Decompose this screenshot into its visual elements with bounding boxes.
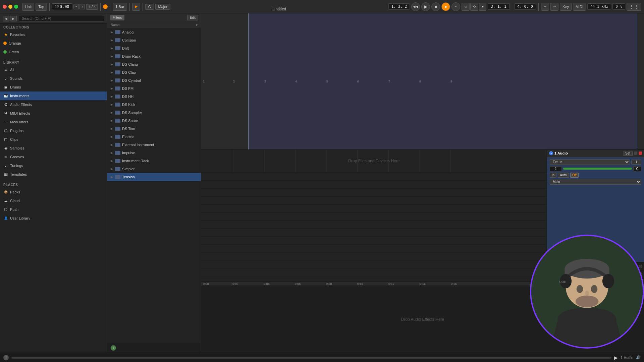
- key-selector[interactable]: C: [145, 4, 154, 10]
- loop-back-button[interactable]: ◁: [462, 3, 470, 11]
- sidebar-item-midi-effects[interactable]: M MIDI Effects: [0, 109, 107, 118]
- volume-fader[interactable]: [563, 168, 632, 170]
- empty-track-row-1[interactable]: [201, 173, 547, 181]
- nav-fwd-button[interactable]: ▶: [10, 16, 17, 21]
- empty-track-row-2[interactable]: [201, 181, 547, 189]
- audio-track-row[interactable]: Drop Files and Devices Here: [201, 150, 547, 173]
- bpm-display[interactable]: 120.00: [52, 3, 72, 10]
- midi-label-button[interactable]: MIDI: [573, 3, 586, 11]
- sidebar-item-all[interactable]: ≡ All: [0, 65, 107, 74]
- sidebar-item-tunings[interactable]: ♩ Tunings: [0, 161, 107, 170]
- punch-button[interactable]: ●: [479, 3, 486, 11]
- browser-item-electric[interactable]: ▶ Electric: [107, 133, 201, 141]
- browser-item-external-instrument[interactable]: ▶ External Instrument: [107, 141, 201, 149]
- sidebar-item-favorites[interactable]: ★ Favorites: [0, 30, 107, 39]
- metronome-indicator[interactable]: [103, 4, 108, 9]
- bpm-up-icon[interactable]: ▴: [79, 4, 85, 9]
- empty-track-row-6[interactable]: [201, 213, 547, 221]
- sidebar-item-templates[interactable]: ▦ Templates: [0, 170, 107, 179]
- fullscreen-button[interactable]: [14, 5, 18, 9]
- browser-item-collision[interactable]: ▶ Collision: [107, 36, 201, 44]
- ext-in-selector[interactable]: Ext. In: [550, 159, 630, 165]
- filters-button[interactable]: Filters: [110, 15, 124, 20]
- tap-button[interactable]: Tap: [36, 3, 47, 11]
- volume-input[interactable]: 1: [550, 166, 562, 171]
- sidebar-item-drums[interactable]: ◉ Drums: [0, 83, 107, 92]
- follow-mode-button[interactable]: ⇒: [550, 3, 558, 11]
- edit-button[interactable]: Edit: [187, 15, 198, 20]
- draw-mode-button[interactable]: ✏: [541, 3, 549, 11]
- info-button[interactable]: i: [3, 355, 9, 360]
- sidebar-item-instruments[interactable]: 🎹 Instruments: [0, 92, 107, 100]
- browser-item-ds-clap[interactable]: ▶ DS Clap: [107, 68, 201, 76]
- empty-track-row-13[interactable]: [201, 269, 547, 277]
- link-button[interactable]: Link: [22, 3, 34, 11]
- browser-item-ds-fm[interactable]: ▶ DS FM: [107, 84, 201, 93]
- empty-track-row-11[interactable]: [201, 253, 547, 261]
- sidebar-item-orange[interactable]: Orange: [0, 39, 107, 48]
- sidebar-item-clips[interactable]: ◻ Clips: [0, 135, 107, 144]
- play-button-bottom[interactable]: ▶: [614, 355, 618, 360]
- empty-track-row-5[interactable]: [201, 205, 547, 213]
- record-arm-indicator[interactable]: [639, 152, 642, 155]
- lock-icon[interactable]: [634, 152, 637, 155]
- in-button[interactable]: In: [550, 173, 556, 178]
- loop-button[interactable]: ⟲: [470, 3, 478, 11]
- record-button[interactable]: ●: [441, 2, 450, 11]
- browser-item-tension[interactable]: ▶ Tension: [107, 173, 201, 181]
- browser-item-ds-sampler[interactable]: ▶ DS Sampler: [107, 109, 201, 117]
- browser-item-analog[interactable]: ▶ Analog: [107, 28, 201, 36]
- browser-item-ds-hh[interactable]: ▶ DS HH: [107, 93, 201, 101]
- auto-button[interactable]: Auto: [558, 173, 569, 178]
- minimize-button[interactable]: [8, 5, 12, 9]
- sidebar-item-push[interactable]: ⬡ Push: [0, 205, 107, 214]
- progress-bar[interactable]: [11, 357, 611, 359]
- stop-button[interactable]: ■: [431, 2, 440, 11]
- main-output-selector[interactable]: Main: [550, 179, 641, 185]
- sidebar-item-cloud[interactable]: ☁ Cloud: [0, 196, 107, 205]
- sidebar-item-packs[interactable]: 📦 Packs: [0, 188, 107, 196]
- sidebar-item-grooves[interactable]: ≈ Grooves: [0, 153, 107, 161]
- pan-input[interactable]: C: [633, 166, 641, 171]
- browser-item-instrument-rack[interactable]: ▶ Instrument Rack: [107, 157, 201, 165]
- browser-item-drift[interactable]: ▶ Drift: [107, 44, 201, 52]
- off-button[interactable]: Off: [570, 173, 579, 178]
- overdub-button[interactable]: +: [451, 2, 460, 11]
- empty-track-row-10[interactable]: [201, 245, 547, 253]
- browser-item-ds-cymbal[interactable]: ▶ DS Cymbal: [107, 76, 201, 84]
- empty-track-row-9[interactable]: [201, 237, 547, 245]
- sidebar-item-samples[interactable]: ◈ Samples: [0, 144, 107, 153]
- sidebar-item-audio-effects[interactable]: ⚙ Audio Effects: [0, 100, 107, 109]
- set-button[interactable]: Set: [623, 151, 633, 156]
- back-button[interactable]: ◀◀: [411, 2, 420, 11]
- more-button[interactable]: ⋮⋮: [627, 3, 641, 11]
- key-label-button[interactable]: Key: [560, 3, 572, 11]
- browser-item-impulse[interactable]: ▶ Impulse: [107, 149, 201, 157]
- nav-back-button[interactable]: ◀: [3, 16, 9, 21]
- time-signature[interactable]: 4 / 4: [86, 4, 98, 10]
- sidebar-item-plugins[interactable]: ⬡ Plug-Ins: [0, 126, 107, 135]
- close-button[interactable]: [3, 5, 7, 9]
- sidebar-item-sounds[interactable]: ♪ Sounds: [0, 74, 107, 83]
- browser-item-ds-snare[interactable]: ▶ DS Snare: [107, 117, 201, 125]
- browser-item-drum-rack[interactable]: ▶ Drum Rack: [107, 52, 201, 60]
- browser-item-ds-kick[interactable]: ▶ DS Kick: [107, 101, 201, 109]
- record-mode-button[interactable]: ▶: [132, 3, 140, 11]
- browser-item-ds-tom[interactable]: ▶ DS Tom: [107, 125, 201, 133]
- browser-item-ds-clang[interactable]: ▶ DS Clang: [107, 60, 201, 68]
- empty-track-row-8[interactable]: [201, 229, 547, 237]
- browser-info-button[interactable]: i: [111, 345, 116, 351]
- browser-item-simpler[interactable]: ▶ Simpler: [107, 165, 201, 173]
- sidebar-item-green[interactable]: Green: [0, 48, 107, 56]
- bpm-down-icon[interactable]: ▾: [73, 4, 79, 9]
- scale-selector[interactable]: Major: [155, 4, 171, 10]
- empty-track-row-3[interactable]: [201, 189, 547, 197]
- loop-region[interactable]: [248, 13, 637, 149]
- sidebar-item-user-library[interactable]: 👤 User Library: [0, 214, 107, 223]
- play-button[interactable]: ▶: [421, 2, 430, 11]
- empty-track-row-12[interactable]: [201, 261, 547, 269]
- empty-track-row-7[interactable]: [201, 221, 547, 229]
- empty-track-row-4[interactable]: [201, 197, 547, 205]
- sidebar-item-modulators[interactable]: ~ Modulators: [0, 118, 107, 126]
- search-input[interactable]: [19, 15, 104, 22]
